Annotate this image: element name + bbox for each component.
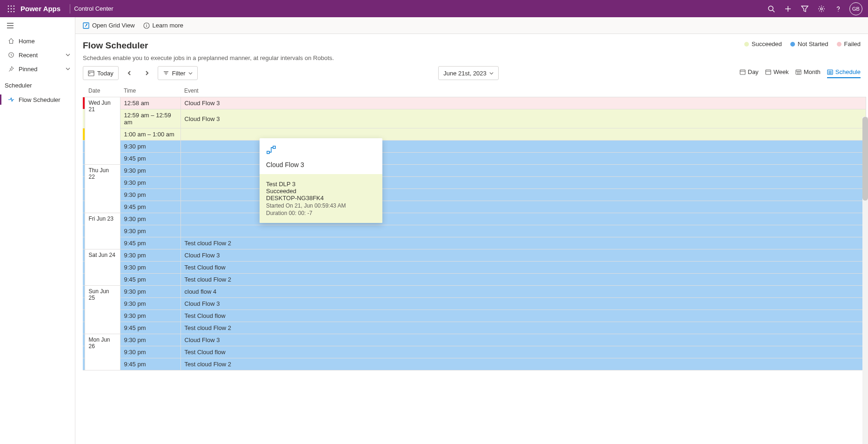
time-cell: 9:30 pm [120,262,180,274]
tooltip-line: Test DLP 3 [266,181,376,188]
view-tab-day[interactable]: Day [740,68,759,78]
row-status-bar [83,346,85,358]
time-cell: 9:30 pm [120,213,180,225]
search-icon[interactable] [763,0,780,17]
time-cell: 9:45 pm [120,322,180,334]
time-cell: 9:30 pm [120,334,180,346]
tooltip-line: Duration 00: 00: -7 [266,210,376,216]
schedule-row[interactable]: Thu Jun 229:30 pm [83,165,866,177]
event-cell[interactable]: Cloud Flow 3 [180,109,866,128]
schedule-row[interactable]: 9:30 pm [83,225,866,237]
event-cell[interactable]: Cloud Flow 3 [180,298,866,310]
event-cell[interactable]: cloud flow 4 [180,286,866,298]
schedule-grid-wrap[interactable]: Date Time Event Wed Jun 2112:58 amCloud … [83,85,866,444]
sidebar-toggle[interactable] [0,17,75,34]
svg-point-2 [13,5,15,7]
schedule-row[interactable]: 9:45 pm [83,201,866,213]
view-tab-month[interactable]: Month [795,68,821,78]
schedule-row[interactable]: 9:30 pmCloud Flow 3 [83,298,866,310]
row-status-bar [83,225,85,237]
date-cell: Mon Jun 26 [85,334,120,370]
app-launcher-icon[interactable] [4,5,19,13]
schedule-row[interactable]: Wed Jun 2112:58 amCloud Flow 3 [83,97,866,109]
schedule-row[interactable]: 9:45 pmTest cloud Flow 2 [83,237,866,249]
sidebar-item-home[interactable]: Home [0,34,75,48]
event-cell[interactable]: Test cloud Flow 2 [180,237,866,249]
time-cell: 9:30 pm [120,249,180,262]
view-tab-week[interactable]: Week [765,68,789,78]
schedule-row[interactable]: 1:00 am – 1:00 am [83,128,866,141]
schedule-row[interactable]: 9:45 pm [83,153,866,165]
help-icon[interactable] [830,0,847,17]
schedule-row[interactable]: Mon Jun 269:30 pmCloud Flow 3 [83,334,866,346]
event-cell[interactable]: Cloud Flow 3 [180,97,866,109]
schedule-row[interactable]: 9:45 pmTest cloud Flow 2 [83,274,866,286]
page-description: Schedules enable you to execute jobs in … [83,54,334,61]
app-name[interactable]: Power Apps [20,5,60,13]
svg-point-4 [11,8,12,9]
settings-icon[interactable] [813,0,830,17]
schedule-row[interactable]: 9:45 pmTest cloud Flow 2 [83,358,866,370]
schedule-row[interactable]: Sat Jun 249:30 pmCloud Flow 3 [83,249,866,262]
flow-icon [7,96,16,103]
prev-button[interactable] [122,66,136,80]
open-grid-view-label: Open Grid View [92,22,135,29]
view-tabs: Day Week Month Schedule [740,68,861,78]
row-status-bar [83,128,85,141]
schedule-row[interactable]: 9:45 pmTest cloud Flow 2 [83,322,866,334]
schedule-row[interactable]: 9:30 pm [83,141,866,153]
row-status-bar [83,358,85,370]
event-cell[interactable]: Test cloud Flow 2 [180,322,866,334]
sidebar-item-label: Pinned [19,66,37,73]
sidebar-item-recent[interactable]: Recent [0,48,75,62]
col-header-time[interactable]: Time [120,85,180,97]
sidebar-item-label: Flow Scheduler [19,96,60,103]
time-cell: 9:30 pm [120,189,180,201]
schedule-row[interactable]: 9:30 pmTest Cloud flow [83,262,866,274]
col-header-date[interactable]: Date [85,85,120,97]
svg-rect-26 [89,73,90,74]
next-button[interactable] [140,66,154,80]
schedule-row[interactable]: 9:30 pm [83,189,866,201]
time-cell: 9:30 pm [120,346,180,358]
col-header-event[interactable]: Event [180,85,866,97]
row-status-bar [83,322,85,334]
event-cell[interactable]: Test Cloud flow [180,346,866,358]
svg-rect-30 [740,70,745,74]
add-icon[interactable] [780,0,796,17]
schedule-row[interactable]: Fri Jun 239:30 pm [83,213,866,225]
row-status-bar [83,310,85,322]
app-subtitle[interactable]: Control Center [74,5,114,12]
flow-icon [266,145,276,155]
event-cell[interactable] [180,225,866,237]
chevron-down-icon [66,52,70,59]
event-cell[interactable]: Test cloud Flow 2 [180,274,866,286]
time-cell: 12:58 am [120,97,180,109]
sidebar-item-pinned[interactable]: Pinned [0,62,75,76]
date-picker-button[interactable]: June 21st, 2023 [438,66,499,80]
event-cell[interactable]: Cloud Flow 3 [180,249,866,262]
schedule-row[interactable]: 9:30 pmTest Cloud flow [83,346,866,358]
filter-icon[interactable] [796,0,813,17]
event-cell[interactable]: Test cloud Flow 2 [180,358,866,370]
learn-more-button[interactable]: Learn more [143,22,183,29]
scrollbar-thumb[interactable] [862,117,868,201]
event-cell[interactable]: Cloud Flow 3 [180,334,866,346]
event-cell[interactable]: Test Cloud flow [180,310,866,322]
today-button[interactable]: Today [83,66,119,80]
vertical-scrollbar[interactable] [862,117,868,444]
time-cell: 12:59 am – 12:59 am [120,109,180,128]
row-status-bar [83,189,85,201]
schedule-row[interactable]: 9:30 pmTest Cloud flow [83,310,866,322]
legend-dot-failed [837,42,841,47]
filter-button[interactable]: Filter [158,66,198,80]
schedule-row[interactable]: Sun Jun 259:30 pmcloud flow 4 [83,286,866,298]
schedule-row[interactable]: 12:59 am – 12:59 amCloud Flow 3 [83,109,866,128]
open-grid-view-button[interactable]: Open Grid View [83,22,135,29]
schedule-row[interactable]: 9:30 pm [83,177,866,189]
event-cell[interactable]: Test Cloud flow [180,262,866,274]
svg-point-23 [146,24,147,25]
sidebar-item-flow-scheduler[interactable]: Flow Scheduler [0,93,75,107]
user-avatar[interactable]: GB [849,2,862,15]
view-tab-schedule[interactable]: Schedule [827,68,861,78]
